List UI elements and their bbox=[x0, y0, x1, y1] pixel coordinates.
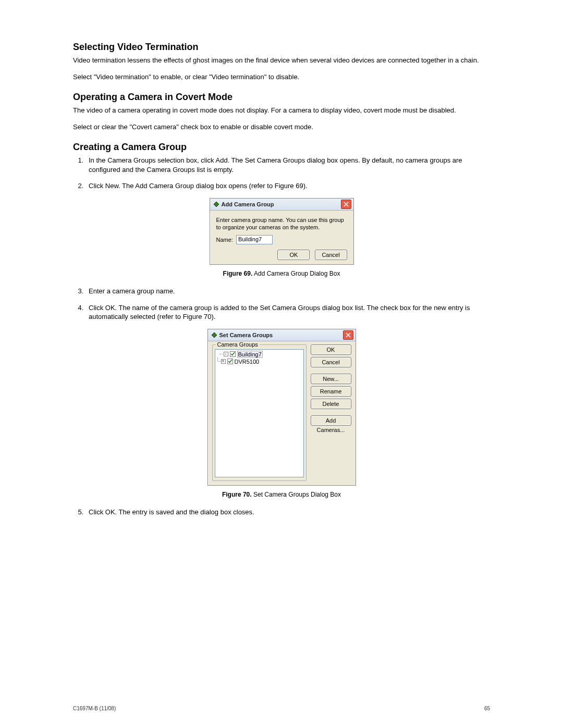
section-title-creating-camera-group: Creating a Camera Group bbox=[73, 142, 490, 153]
camera-groups-list[interactable]: - Building7 + bbox=[215, 349, 304, 477]
close-button[interactable] bbox=[343, 330, 353, 340]
camera-groups-groupbox: Camera Groups - Building7 bbox=[212, 344, 307, 481]
tree-row[interactable]: + DVR5100 bbox=[217, 358, 301, 365]
dialog-title: Set Camera Groups bbox=[219, 332, 343, 338]
steps-list: In the Camera Groups selection box, clic… bbox=[73, 156, 490, 191]
checkbox[interactable] bbox=[227, 359, 233, 364]
close-button[interactable] bbox=[341, 200, 351, 209]
step-item: In the Camera Groups selection box, clic… bbox=[85, 156, 490, 174]
ok-button[interactable]: OK bbox=[311, 344, 351, 355]
body-text: The video of a camera operating in cover… bbox=[73, 106, 490, 115]
new-button[interactable]: New... bbox=[311, 374, 351, 384]
steps-list: Enter a camera group name. Click OK. The… bbox=[73, 287, 490, 322]
add-camera-group-dialog: Add Camera Group Enter camera group name… bbox=[210, 198, 354, 265]
figure-caption: Figure 69. Add Camera Group Dialog Box bbox=[73, 270, 490, 277]
collapse-icon[interactable]: - bbox=[224, 352, 228, 356]
figure-70: Set Camera Groups Camera Groups - bbox=[73, 329, 490, 498]
step-item: Enter a camera group name. bbox=[85, 287, 490, 296]
app-icon bbox=[211, 332, 217, 338]
section-title-covert-mode: Operating a Camera in Covert Mode bbox=[73, 92, 490, 103]
body-text: Select or clear the "Covert camera" chec… bbox=[73, 122, 490, 132]
dialog-body: Camera Groups - Building7 bbox=[208, 341, 356, 485]
tree-row[interactable]: - Building7 bbox=[217, 351, 301, 358]
dialog-body: Enter camera group name. You can use thi… bbox=[210, 211, 353, 265]
dialog-titlebar: Set Camera Groups bbox=[208, 329, 356, 341]
dialog-title: Add Camera Group bbox=[222, 201, 341, 207]
dialog-instruction: Enter camera group name. You can use thi… bbox=[216, 217, 347, 231]
checkbox[interactable] bbox=[230, 351, 236, 357]
tree-item-label[interactable]: Building7 bbox=[237, 351, 263, 358]
section-title-video-termination: Selecting Video Termination bbox=[73, 42, 490, 53]
tree-item-label[interactable]: DVR5100 bbox=[235, 359, 260, 365]
expand-icon[interactable]: + bbox=[221, 359, 226, 364]
step-item: Click OK. The name of the camera group i… bbox=[85, 303, 490, 322]
ok-button[interactable]: OK bbox=[277, 250, 310, 260]
name-input[interactable]: Building7 bbox=[236, 235, 273, 244]
cancel-button[interactable]: Cancel bbox=[311, 357, 351, 367]
footer-left: C1697M-B (11/08) bbox=[73, 706, 116, 711]
add-cameras-button[interactable]: Add Cameras... bbox=[311, 415, 351, 426]
footer-page-number: 65 bbox=[484, 706, 490, 711]
dialog-titlebar: Add Camera Group bbox=[210, 199, 353, 211]
step-item: Click New. The Add Camera Group dialog b… bbox=[85, 181, 490, 191]
set-camera-groups-dialog: Set Camera Groups Camera Groups - bbox=[207, 329, 356, 486]
name-label: Name: bbox=[216, 237, 233, 243]
rename-button[interactable]: Rename bbox=[311, 386, 351, 397]
figure-caption: Figure 70. Set Camera Groups Dialog Box bbox=[73, 491, 490, 498]
step-item: Click OK. The entry is saved and the dia… bbox=[85, 508, 490, 517]
groupbox-label: Camera Groups bbox=[216, 341, 260, 348]
delete-button[interactable]: Delete bbox=[311, 399, 351, 409]
cancel-button[interactable]: Cancel bbox=[315, 250, 347, 260]
body-text: Select "Video termination" to enable, or… bbox=[73, 72, 490, 82]
page-footer: C1697M-B (11/08) 65 bbox=[73, 706, 490, 711]
dialog-button-column: OK Cancel New... Rename Delete Add Camer… bbox=[307, 344, 351, 481]
app-icon bbox=[213, 201, 219, 207]
figure-69: Add Camera Group Enter camera group name… bbox=[73, 198, 490, 278]
steps-list: Click OK. The entry is saved and the dia… bbox=[73, 508, 490, 517]
svg-marker-1 bbox=[212, 332, 217, 338]
svg-marker-0 bbox=[214, 202, 219, 207]
body-text: Video termination lessens the effects of… bbox=[73, 56, 490, 65]
